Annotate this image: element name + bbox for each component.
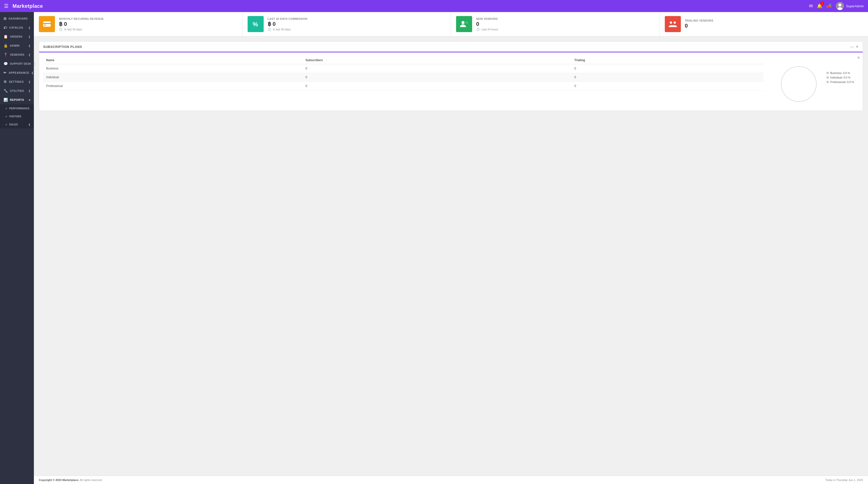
legend-label: Individual: 0.0 % — [830, 76, 851, 79]
admin-icon: 🔒 — [3, 44, 8, 47]
reports-icon: 📊 — [3, 98, 8, 102]
catalog-icon: 🏷 — [3, 26, 7, 30]
pie-container: Business: 0.0 % Individual: 0.0 % Profes… — [776, 61, 854, 106]
subscription-table: Name Subscribers Trialing Business 0 0 I… — [43, 57, 764, 91]
commission-sub: 🕐 In last 30 days — [268, 28, 308, 31]
avatar — [836, 2, 844, 10]
visitors-icon: » — [5, 115, 7, 118]
card-actions: — ✕ — [850, 45, 859, 49]
pie-legend: Business: 0.0 % Individual: 0.0 % Profes… — [826, 61, 854, 84]
dashboard-icon: ⊞ — [3, 17, 7, 21]
vendors-arrow: ❮ — [28, 54, 31, 56]
table-row: Business 0 0 — [43, 64, 764, 73]
user-menu[interactable]: SuperAdmin — [836, 2, 864, 10]
stat-card-mrr: MONTHLY RECURING REVENUE ฿ 0 🕐 In last 3… — [34, 12, 243, 36]
sidebar-label-appearance: APPEARANCE — [9, 71, 29, 74]
sidebar-item-utilities[interactable]: 🔧 UTILITIES ❮ — [0, 86, 34, 95]
sidebar-item-support-desk[interactable]: 💬 SUPPORT DESK ❮ — [0, 59, 34, 68]
sidebar-item-orders[interactable]: 📋 ORDERS ❮ — [0, 32, 34, 41]
stat-card-commission: % LAST 30 DAYS COMMISSION ฿ 0 🕐 In last … — [243, 12, 451, 36]
mrr-value: ฿ 0 — [59, 21, 103, 27]
row-trialing: 0 — [571, 82, 764, 91]
plans-table: Name Subscribers Trialing Business 0 0 I… — [39, 53, 767, 110]
vendors-icon: 📍 — [3, 53, 8, 57]
sidebar: ⊞ DASHBOARD 🏷 CATALOG ❮ 📋 ORDERS ❮ 🔒 ADM… — [0, 12, 34, 484]
bell-icon[interactable]: 🔔 1 — [817, 3, 822, 9]
sidebar-item-appearance[interactable]: ✏ APPEARANCE ❮ — [0, 68, 34, 77]
col-subscribers: Subscribers — [303, 57, 571, 64]
legend-label: Business: 0.0 % — [830, 71, 850, 74]
sidebar-item-reports[interactable]: 📊 REPORTS ∨ — [0, 95, 34, 104]
commission-label: LAST 30 DAYS COMMISSION — [268, 17, 308, 20]
new-vendors-label: NEW VENDORS — [476, 17, 498, 20]
megaphone-icon[interactable]: 📣 — [826, 3, 832, 9]
appearance-arrow: ❮ — [31, 71, 34, 74]
sidebar-label-reports: REPORTS — [10, 98, 24, 101]
row-subscribers: 0 — [303, 64, 571, 73]
clock-icon-commission: 🕐 — [268, 28, 271, 31]
svg-point-15 — [781, 66, 816, 102]
sidebar-item-visitors[interactable]: » VISITORS — [0, 112, 34, 120]
mrr-icon — [39, 16, 55, 32]
brand-title: Marketplace — [12, 3, 43, 9]
orders-icon: 📋 — [3, 35, 8, 39]
legend-item: Individual: 0.0 % — [826, 76, 854, 79]
sidebar-label-admin: ADMIN — [10, 44, 20, 47]
commission-info: LAST 30 DAYS COMMISSION ฿ 0 🕐 In last 30… — [268, 17, 308, 31]
row-name: Business — [43, 64, 303, 73]
pie-chart — [776, 61, 822, 106]
legend-dot — [826, 72, 829, 74]
legend-item: Professional: 0.0 % — [826, 80, 854, 84]
reports-arrow: ∨ — [29, 99, 31, 101]
sidebar-item-performance[interactable]: » PERFORMANCE — [0, 104, 34, 112]
sidebar-label-sales: SALES — [9, 123, 18, 126]
trialing-info: TRIALING VENDORS 0 — [685, 19, 713, 29]
footer-copyright: Copyright © 2023 Marketplace. All rights… — [39, 479, 103, 482]
commission-value: ฿ 0 — [268, 21, 308, 27]
mail-icon[interactable]: ✉ — [809, 3, 813, 9]
sidebar-item-settings[interactable]: ⚙ SETTINGS ❮ — [0, 77, 34, 86]
svg-rect-5 — [44, 25, 46, 26]
performance-icon: » — [5, 107, 7, 110]
main-content: MONTHLY RECURING REVENUE ฿ 0 🕐 In last 3… — [34, 12, 868, 484]
settings-icon: ⚙ — [3, 80, 7, 84]
sidebar-label-visitors: VISITORS — [9, 115, 21, 118]
stats-row: MONTHLY RECURING REVENUE ฿ 0 🕐 In last 3… — [34, 12, 868, 36]
sales-icon: » — [5, 123, 7, 126]
row-trialing: 0 — [571, 73, 764, 82]
clock-icon-mrr: 🕐 — [59, 28, 62, 31]
sidebar-item-vendors[interactable]: 📍 VENDORS ❮ — [0, 50, 34, 59]
footer: Copyright © 2023 Marketplace. All rights… — [34, 476, 868, 484]
minimize-button[interactable]: — — [850, 45, 854, 49]
sidebar-item-catalog[interactable]: 🏷 CATALOG ❮ — [0, 23, 34, 32]
col-trialing: Trialing — [571, 57, 764, 64]
hamburger-button[interactable]: ☰ — [4, 3, 8, 9]
sidebar-item-dashboard[interactable]: ⊞ DASHBOARD — [0, 14, 34, 23]
subscription-plans-card: SUBSCRIPTION PLANS — ✕ Name Subs — [39, 41, 863, 111]
row-name: Individual — [43, 73, 303, 82]
sidebar-item-admin[interactable]: 🔒 ADMIN ❮ — [0, 41, 34, 50]
new-vendors-icon — [456, 16, 472, 32]
close-button[interactable]: ✕ — [856, 45, 859, 49]
col-name: Name — [43, 57, 303, 64]
new-vendors-value: 0 — [476, 21, 498, 27]
new-vendors-info: NEW VENDORS 0 🕐 Last 24 hours — [476, 17, 498, 31]
catalog-arrow: ❮ — [28, 26, 31, 29]
svg-rect-4 — [43, 23, 51, 24]
svg-text:%: % — [253, 21, 258, 28]
sales-arrow: ❮ — [28, 123, 30, 126]
utilities-arrow: ❮ — [28, 90, 31, 92]
settings-arrow: ❮ — [28, 80, 31, 83]
sidebar-label-utilities: UTILITIES — [10, 89, 24, 92]
row-subscribers: 0 — [303, 82, 571, 91]
chart-menu-icon[interactable]: ≡ — [858, 56, 860, 60]
sidebar-label-performance: PERFORMANCE — [9, 107, 30, 110]
clock-icon-vendors: 🕐 — [476, 28, 480, 31]
stat-card-trialing: TRIALING VENDORS 0 — [660, 12, 868, 36]
svg-point-12 — [674, 22, 676, 24]
stat-card-new-vendors: NEW VENDORS 0 🕐 Last 24 hours — [451, 12, 660, 36]
legend-label: Professional: 0.0 % — [830, 80, 854, 84]
mrr-info: MONTHLY RECURING REVENUE ฿ 0 🕐 In last 3… — [59, 17, 103, 31]
sidebar-item-sales[interactable]: » SALES ❮ — [0, 120, 34, 128]
card-header: SUBSCRIPTION PLANS — ✕ — [39, 42, 863, 53]
